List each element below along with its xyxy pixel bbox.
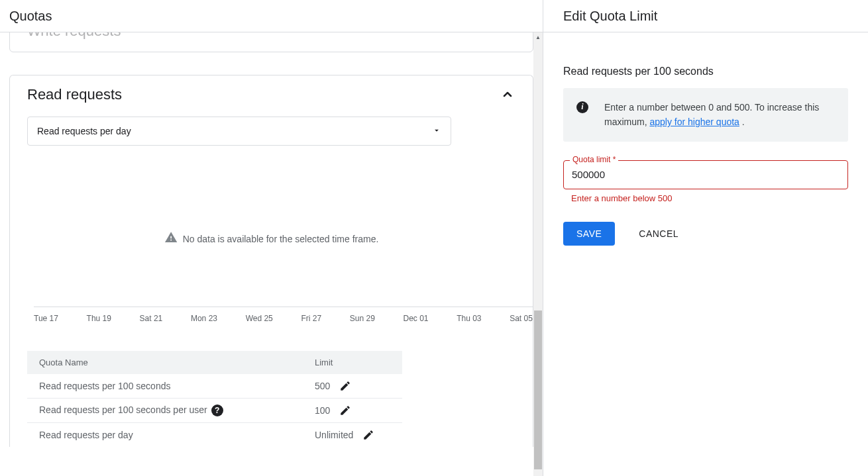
col-quota-name: Quota Name <box>27 351 303 374</box>
edit-icon[interactable] <box>339 380 351 392</box>
no-data-message: No data is available for the selected ti… <box>164 231 379 246</box>
info-box: i Enter a number between 0 and 500. To i… <box>563 88 848 142</box>
edit-icon[interactable] <box>339 405 351 416</box>
write-requests-title: Write requests <box>27 32 121 40</box>
axis-tick: Sat 21 <box>140 314 163 323</box>
quota-limit-field: Quota limit * <box>563 160 848 189</box>
edit-quota-header: Edit Quota Limit <box>543 0 868 32</box>
quota-limit-cell: 500 <box>303 374 402 399</box>
chart-axis-line <box>34 307 533 307</box>
axis-tick: Dec 01 <box>403 314 428 323</box>
chevron-up-icon[interactable] <box>500 87 515 103</box>
read-requests-card: Read requests Read requests per day <box>9 75 533 447</box>
quota-select-label: Read requests per day <box>37 126 131 136</box>
write-requests-card: Write requests <box>9 32 533 52</box>
apply-higher-quota-link[interactable]: apply for higher quota <box>649 117 739 127</box>
edit-icon[interactable] <box>362 429 374 441</box>
scroll-thumb[interactable] <box>534 310 542 469</box>
no-data-text: No data is available for the selected ti… <box>183 233 379 244</box>
quota-limit-input[interactable] <box>563 160 848 189</box>
table-row: Read requests per 100 seconds per user?1… <box>27 399 402 423</box>
edit-quota-panel: Edit Quota Limit Read requests per 100 s… <box>543 0 868 476</box>
quota-limit-cell: 100 <box>303 399 402 423</box>
read-card-title: Read requests <box>27 86 122 103</box>
cancel-button[interactable]: CANCEL <box>635 228 682 240</box>
limit-value: 100 <box>315 405 330 416</box>
axis-tick: Sun 29 <box>350 314 375 323</box>
limit-value: Unlimited <box>315 430 353 440</box>
quota-table: Quota Name Limit Read requests per 100 s… <box>27 351 402 447</box>
panel-subtitle: Read requests per 100 seconds <box>563 66 848 77</box>
quotas-scroll-area: Write requests Read requests Read reques… <box>0 32 543 476</box>
read-card-header: Read requests <box>27 86 515 103</box>
save-button[interactable]: SAVE <box>563 222 615 246</box>
quota-limit-label: Quota limit * <box>570 155 618 164</box>
quotas-header: Quotas <box>0 0 543 32</box>
quota-select[interactable]: Read requests per day <box>27 117 451 146</box>
scroll-up-arrow-icon[interactable]: ▲ <box>533 32 543 42</box>
chart-axis-labels: Tue 17Thu 19Sat 21Mon 23Wed 25Fri 27Sun … <box>34 314 533 323</box>
quota-name-cell: Read requests per day <box>27 423 303 448</box>
help-icon[interactable]: ? <box>211 405 223 416</box>
scrollbar[interactable]: ▲ <box>533 32 543 476</box>
info-text: Enter a number between 0 and 500. To inc… <box>604 100 835 130</box>
caret-down-icon <box>432 126 441 137</box>
chart-area: No data is available for the selected ti… <box>27 152 515 324</box>
info-icon: i <box>576 101 588 113</box>
axis-tick: Thu 03 <box>457 314 481 323</box>
table-row: Read requests per dayUnlimited <box>27 423 402 448</box>
quotas-title: Quotas <box>9 9 52 24</box>
axis-tick: Wed 25 <box>246 314 273 323</box>
limit-value: 500 <box>315 381 330 391</box>
col-limit: Limit <box>303 351 402 374</box>
axis-tick: Sat 05 <box>510 314 533 323</box>
axis-tick: Tue 17 <box>34 314 58 323</box>
axis-tick: Fri 27 <box>301 314 321 323</box>
quota-limit-error: Enter a number below 500 <box>563 193 848 203</box>
warning-icon <box>164 231 178 246</box>
quota-limit-cell: Unlimited <box>303 423 402 448</box>
table-row: Read requests per 100 seconds500 <box>27 374 402 399</box>
edit-quota-title: Edit Quota Limit <box>563 9 657 24</box>
axis-tick: Thu 19 <box>87 314 111 323</box>
axis-tick: Mon 23 <box>191 314 217 323</box>
quota-name-cell: Read requests per 100 seconds <box>27 374 303 399</box>
quota-name-cell: Read requests per 100 seconds per user? <box>27 399 303 423</box>
quotas-panel: Quotas Write requests Read requests Read… <box>0 0 543 476</box>
